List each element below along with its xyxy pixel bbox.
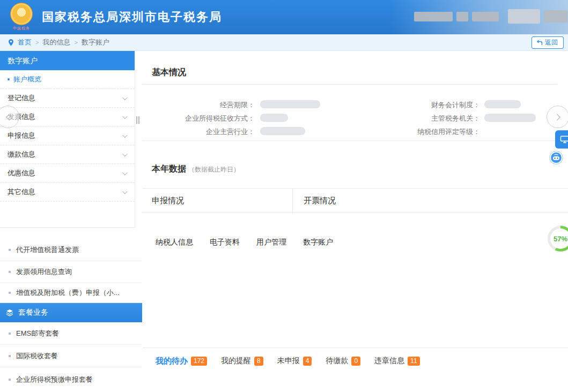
arrow-right-icon xyxy=(554,114,560,121)
chevron-down-icon xyxy=(122,95,128,100)
panel-resize-handle[interactable] xyxy=(135,116,140,124)
sidebar-item-account-overview[interactable]: 账户概览 xyxy=(0,70,135,89)
tab-electronic-materials[interactable]: 电子资料 xyxy=(210,238,240,247)
basic-info-title: 基本情况 xyxy=(152,67,186,78)
tax-emblem-icon xyxy=(10,3,33,25)
chevron-down-icon xyxy=(122,132,128,138)
chevron-down-icon xyxy=(122,151,128,157)
page: 中国税务 国家税务总局深圳市电子税务局 首页 > 我的信息 > 数字账户 返回 … xyxy=(0,0,568,392)
field-label-main-industry: 企业主营行业： xyxy=(161,127,255,137)
divider xyxy=(142,84,557,85)
app-title: 国家税务总局深圳市电子税务局 xyxy=(42,9,222,25)
sidebar-item-declaration-info[interactable]: 申报信息 xyxy=(0,127,135,145)
year-data-subtitle: （数据截止昨日） xyxy=(188,166,240,173)
redacted-value xyxy=(260,114,288,122)
field-label-business-term: 经营期限： xyxy=(161,100,255,110)
todo-count-badge: 172 xyxy=(191,357,207,366)
sidebar-item-registration-info[interactable]: 登记信息 xyxy=(0,89,135,108)
sidebar-item-other-info[interactable]: 其它信息 xyxy=(0,183,135,202)
device-panel-button[interactable] xyxy=(555,130,568,149)
tab-my-reminders[interactable]: 我的提醒 8 xyxy=(221,356,263,366)
redacted-value xyxy=(260,127,305,135)
redacted-value xyxy=(484,100,521,108)
menu-item-invoice-collection-query[interactable]: 发票领用信息查询 xyxy=(0,261,142,283)
sidebar-active-label: 账户概览 xyxy=(13,75,41,84)
sidebar-title: 数字账户 xyxy=(0,51,135,70)
tab-declaration-status[interactable]: 申报情况 xyxy=(142,189,292,212)
field-label-cit-collection-method: 企业所得税征收方式： xyxy=(161,114,255,123)
portal-menu-tabs: 纳税人信息 电子资料 用户管理 数字账户 xyxy=(156,238,333,247)
breadcrumb-my-info[interactable]: 我的信息 xyxy=(42,38,70,47)
robot-icon xyxy=(549,151,563,165)
field-label-accounting-system: 财务会计制度： xyxy=(370,100,480,110)
progress-ring: 57% xyxy=(548,226,568,252)
arrow-left-icon xyxy=(6,114,13,121)
menu-item-issue-vat-invoice[interactable]: 代开增值税普通发票 xyxy=(0,239,142,261)
tax-bureau-logo: 中国税务 xyxy=(9,3,34,33)
chevron-down-icon xyxy=(122,189,128,194)
sidebar-item-preference-info[interactable]: 优惠信息 xyxy=(0,164,135,183)
layers-icon xyxy=(6,309,13,318)
back-arrow-icon xyxy=(536,40,543,46)
app-header: 中国税务 国家税务总局深圳市电子税务局 xyxy=(0,0,568,34)
redacted-value xyxy=(484,114,536,122)
redacted-block xyxy=(544,10,567,23)
field-label-credit-rating: 纳税信用评定等级： xyxy=(370,127,480,137)
sidebar: 数字账户 账户概览 登记信息 发票信息 申报信息 缴款信息 优惠信息 其它信息 xyxy=(0,51,135,228)
sidebar-item-payment-info[interactable]: 缴款信息 xyxy=(0,145,135,164)
chevron-down-icon xyxy=(122,114,128,119)
year-data-title: 本年数据（数据截止昨日） xyxy=(152,164,240,175)
pending-payment-count-badge: 0 xyxy=(351,357,360,366)
logo-caption: 中国税务 xyxy=(9,26,34,31)
menu-item-international-tax-package[interactable]: 国际税收套餐 xyxy=(0,345,142,367)
divider xyxy=(142,140,568,141)
carousel-next-button[interactable] xyxy=(547,106,568,128)
redacted-value xyxy=(260,100,320,108)
breadcrumb-separator: > xyxy=(35,39,39,46)
divider xyxy=(143,347,568,348)
tab-taxpayer-info[interactable]: 纳税人信息 xyxy=(156,238,193,247)
year-data-tabs: 申报情况 开票情况 xyxy=(142,188,568,213)
breadcrumb: 首页 > 我的信息 > 数字账户 返回 xyxy=(0,34,568,51)
redacted-block xyxy=(414,12,453,21)
breadcrumb-current: 数字账户 xyxy=(82,38,109,47)
violation-count-badge: 11 xyxy=(408,357,419,366)
tab-digital-account[interactable]: 数字账户 xyxy=(303,238,333,247)
menu-item-ems-package[interactable]: EMS邮寄套餐 xyxy=(0,322,142,345)
back-button[interactable]: 返回 xyxy=(532,36,564,49)
menu-item-cit-prepay-package[interactable]: 企业所得税预缴申报套餐 xyxy=(0,367,142,392)
basic-info-panel: 基本情况 经营期限： 财务会计制度： 企业所得税征收方式： 主管税务机关： 企业… xyxy=(136,51,568,228)
tab-violation-info[interactable]: 违章信息 11 xyxy=(374,356,419,366)
menu-item-vat-surcharge-declaration[interactable]: 增值税及附加税（费）申报（小... xyxy=(0,283,142,303)
menu-section-package-services[interactable]: 套餐业务 xyxy=(0,303,142,322)
tab-undeclared[interactable]: 未申报 4 xyxy=(277,356,312,366)
redacted-block xyxy=(508,9,540,24)
progress-value: 57% xyxy=(548,226,568,252)
location-pin-icon xyxy=(8,39,14,47)
redacted-block xyxy=(472,12,499,21)
reminder-count-badge: 8 xyxy=(254,357,263,366)
tab-user-management[interactable]: 用户管理 xyxy=(256,238,286,247)
field-label-tax-authority: 主管税务机关： xyxy=(370,114,480,123)
portal-left-menu: 代开增值税普通发票 发票领用信息查询 增值税及附加税（费）申报（小... 套餐业… xyxy=(0,239,142,392)
tab-pending-payment[interactable]: 待缴款 0 xyxy=(326,356,360,366)
sidebar-item-invoice-info[interactable]: 发票信息 xyxy=(0,108,135,127)
tab-invoicing-status[interactable]: 开票情况 xyxy=(292,189,568,212)
undeclared-count-badge: 4 xyxy=(303,357,312,366)
todo-tabs: 我的待办 172 我的提醒 8 未申报 4 待缴款 0 违章信息 11 xyxy=(156,352,420,370)
chevron-down-icon xyxy=(122,170,128,175)
breadcrumb-home[interactable]: 首页 xyxy=(18,38,32,47)
assistant-robot-button[interactable] xyxy=(549,151,563,165)
redacted-block xyxy=(456,12,468,21)
monitor-icon xyxy=(560,135,568,144)
back-button-label: 返回 xyxy=(545,38,558,47)
tab-my-todo[interactable]: 我的待办 172 xyxy=(156,356,207,366)
breadcrumb-separator: > xyxy=(74,39,77,46)
